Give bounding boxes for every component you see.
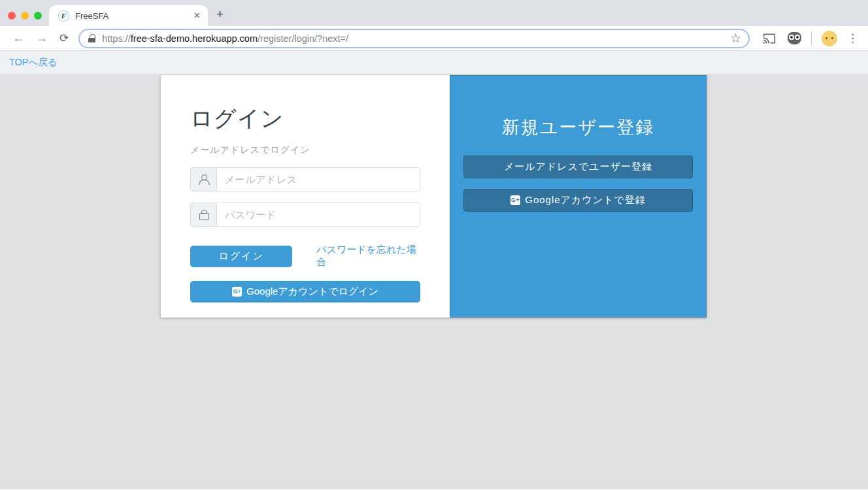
extension-owl-icon[interactable] [788, 32, 801, 44]
password-addon [191, 203, 217, 226]
login-button[interactable]: ログイン [190, 246, 292, 267]
email-register-button[interactable]: メールアドレスでユーザー登録 [463, 155, 693, 178]
padlock-icon [199, 210, 208, 220]
browser-tab[interactable]: F FreeSFA × [49, 5, 208, 26]
url-text[interactable]: https://free-sfa-demo.herokuapp.com/regi… [102, 33, 728, 44]
login-title: ログイン [190, 104, 420, 134]
google-login-button[interactable]: G+ Googleアカウントでログイン [190, 281, 420, 302]
password-input-group [190, 203, 420, 227]
toolbar-divider [811, 32, 812, 45]
email-field[interactable] [217, 168, 420, 191]
window-zoom-button[interactable] [34, 12, 42, 20]
page-content: TOPへ戻る ログイン メールアドレスでログイン [0, 51, 868, 489]
new-tab-button[interactable]: + [216, 8, 224, 20]
email-addon [191, 168, 217, 191]
tab-close-icon[interactable]: × [193, 10, 201, 22]
url-path: /register/login/?next=/ [258, 33, 348, 44]
register-panel: 新規ユーザー登録 メールアドレスでユーザー登録 G+ Googleアカウントで登… [450, 75, 707, 318]
browser-menu-icon[interactable]: ⋮ [843, 31, 863, 45]
profile-avatar[interactable] [822, 31, 837, 46]
url-scheme: https:// [102, 33, 131, 44]
back-to-top-link[interactable]: TOPへ戻る [9, 56, 58, 69]
google-register-label: Googleアカウントで登録 [525, 194, 645, 206]
browser-tab-strip: F FreeSFA × + [0, 0, 868, 26]
favicon-icon: F [58, 10, 69, 22]
url-host: free-sfa-demo.herokuapp.com [131, 33, 258, 44]
back-icon[interactable]: ← [7, 31, 30, 45]
google-plus-icon: G+ [232, 287, 242, 297]
email-input-group [190, 167, 420, 191]
google-login-label: Googleアカウントでログイン [246, 286, 378, 298]
google-register-button[interactable]: G+ Googleアカウントで登録 [463, 189, 693, 212]
email-register-label: メールアドレスでユーザー登録 [504, 161, 652, 173]
forward-icon[interactable]: → [30, 31, 54, 45]
google-plus-icon: G+ [510, 195, 520, 205]
site-body: ログイン メールアドレスでログイン ログイン パスワードを忘れた [0, 74, 868, 489]
window-close-button[interactable] [8, 12, 16, 20]
cast-icon[interactable] [762, 32, 776, 45]
bookmark-star-icon[interactable]: ☆ [728, 32, 743, 44]
tab-title: FreeSFA [75, 11, 193, 21]
auth-card: ログイン メールアドレスでログイン ログイン パスワードを忘れた [161, 75, 707, 318]
window-controls [8, 12, 42, 20]
address-bar[interactable]: https://free-sfa-demo.herokuapp.com/regi… [78, 29, 750, 48]
reload-icon[interactable]: ⟳ [54, 31, 75, 45]
window-minimize-button[interactable] [21, 12, 29, 20]
register-title: 新規ユーザー登録 [463, 116, 693, 139]
login-actions: ログイン パスワードを忘れた場合 [190, 244, 420, 269]
password-field[interactable] [217, 203, 420, 226]
login-panel: ログイン メールアドレスでログイン ログイン パスワードを忘れた [161, 75, 450, 318]
browser-toolbar: ← → ⟳ https://free-sfa-demo.herokuapp.co… [0, 26, 868, 51]
user-icon [199, 174, 209, 185]
forgot-password-link[interactable]: パスワードを忘れた場合 [316, 244, 420, 269]
lock-icon[interactable] [88, 34, 95, 42]
site-top-bar: TOPへ戻る [0, 51, 868, 74]
login-subtitle: メールアドレスでログイン [190, 144, 420, 156]
